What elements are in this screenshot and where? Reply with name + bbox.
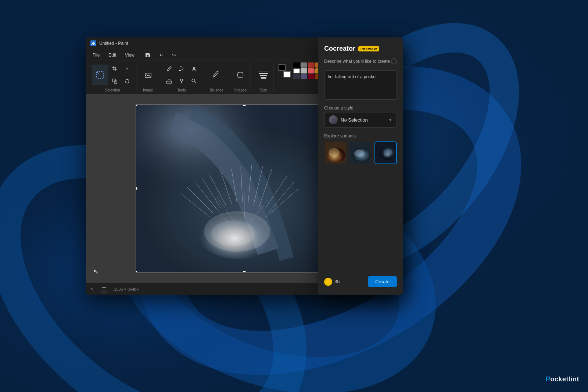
svg-rect-14 — [166, 81, 172, 83]
info-button[interactable]: i — [391, 58, 397, 64]
color-swatch[interactable] — [293, 68, 300, 73]
tools-group: A — [160, 62, 203, 92]
color-swatch[interactable] — [308, 68, 315, 73]
watermark: Pocketlint — [546, 375, 579, 383]
svg-point-47 — [183, 134, 184, 134]
cocreator-subtitle-text: Describe what you'd like to create — [324, 59, 390, 64]
svg-point-50 — [312, 170, 313, 171]
variants-section: Explore variants — [324, 133, 397, 164]
selection-handle-ml[interactable] — [136, 187, 137, 190]
color-picker-button[interactable] — [176, 75, 187, 87]
fill-button[interactable] — [176, 63, 187, 75]
image-group: Image — [139, 62, 157, 92]
selection-label: Selection — [105, 87, 120, 92]
chevron-down-icon: ▼ — [388, 118, 392, 122]
undo-redo-group: ↩ ↪ — [156, 49, 180, 61]
pencil-button[interactable] — [163, 63, 175, 75]
fg-color-box[interactable] — [278, 64, 286, 71]
color-swatch[interactable] — [293, 74, 300, 79]
brushes-group: Brushes — [206, 62, 227, 92]
shapes-group: Shapes — [230, 62, 251, 92]
svg-point-16 — [192, 79, 195, 82]
brushes-dropdown[interactable] — [209, 66, 224, 84]
style-preview-circle — [329, 115, 338, 124]
selection-handle-tl[interactable] — [136, 105, 137, 106]
svg-point-49 — [301, 159, 302, 161]
eraser-button[interactable] — [163, 75, 175, 87]
crop-button[interactable] — [109, 63, 121, 75]
cocreator-panel: Cocreator PREVIEW Describe what you'd li… — [318, 37, 403, 295]
style-label: Choose a style — [324, 105, 397, 111]
credits-coin-icon: ⚡ — [324, 278, 332, 286]
bg-color-box[interactable] — [283, 71, 291, 78]
style-value: No Selection — [341, 117, 368, 123]
selection-handle-bm[interactable] — [243, 271, 246, 272]
variants-row — [324, 141, 397, 164]
color-swatch[interactable] — [301, 74, 307, 79]
watermark-p: P — [546, 375, 551, 383]
svg-point-9 — [93, 43, 94, 45]
brushes-label: Brushes — [210, 87, 223, 92]
svg-point-45 — [211, 220, 255, 246]
size-dropdown[interactable] — [257, 66, 270, 84]
color-swatch[interactable] — [301, 68, 307, 73]
svg-point-15 — [180, 79, 183, 81]
footer-row: ⚡ 35 Create — [324, 276, 397, 287]
credits-count: 35 — [334, 279, 340, 284]
svg-point-56 — [329, 148, 340, 157]
cursor-indicator: ↖ — [93, 267, 99, 276]
style-section: Choose a style No Selection ▼ — [324, 105, 397, 127]
image-label: Image — [143, 87, 153, 92]
svg-point-52 — [180, 251, 180, 252]
svg-point-48 — [194, 145, 196, 146]
variant-3[interactable] — [374, 141, 397, 164]
selection-group: ▼ — [89, 62, 136, 92]
variant-2[interactable] — [349, 141, 372, 164]
size-group: Size — [254, 62, 273, 92]
menu-view[interactable]: View — [121, 51, 138, 59]
create-button[interactable]: Create — [368, 276, 397, 287]
cursor-tool-indicator: ↖ — [90, 287, 94, 292]
undo-button[interactable]: ↩ — [156, 49, 168, 61]
cocreator-subtitle-row: Describe what you'd like to create i — [324, 58, 397, 64]
color-swatch[interactable] — [308, 74, 315, 79]
selection-handle-tm[interactable] — [243, 105, 246, 106]
color-swatch[interactable] — [308, 62, 315, 68]
size-label: Size — [260, 87, 267, 92]
svg-rect-11 — [112, 79, 115, 82]
canvas-dimensions: 1536 × 864px — [114, 287, 139, 291]
svg-point-59 — [354, 150, 365, 157]
variant-1[interactable] — [324, 141, 347, 164]
selection-tool-btn[interactable] — [92, 65, 108, 85]
svg-point-63 — [384, 153, 390, 157]
watermark-text: ocketlint — [550, 375, 579, 383]
selection-sub-btns: ▼ — [109, 63, 133, 87]
app-icon — [90, 40, 96, 46]
image-btn1[interactable] — [142, 69, 154, 81]
cocreator-title-row: Cocreator PREVIEW — [324, 45, 397, 53]
color-swatch[interactable] — [293, 62, 300, 68]
window-title: Untitled - Paint — [99, 41, 348, 46]
resize-button[interactable] — [109, 75, 121, 87]
shapes-dropdown[interactable] — [233, 66, 248, 84]
menu-file[interactable]: File — [89, 51, 103, 59]
cocreator-title: Cocreator — [324, 45, 355, 53]
preview-badge: PREVIEW — [358, 46, 379, 51]
color-swatch[interactable] — [301, 62, 307, 68]
style-dropdown[interactable]: No Selection ▼ — [324, 112, 397, 127]
text-button[interactable]: A — [188, 63, 200, 75]
variants-label: Explore variants — [324, 133, 397, 139]
select-dropdown[interactable]: ▼ — [121, 63, 133, 75]
save-button[interactable] — [143, 51, 153, 60]
selection-handle-bl[interactable] — [136, 271, 137, 272]
menu-edit[interactable]: Edit — [105, 51, 120, 59]
shapes-label: Shapes — [234, 87, 247, 92]
canvas-indicator — [100, 286, 108, 292]
redo-button[interactable]: ↪ — [168, 49, 180, 61]
rotate-button[interactable] — [121, 75, 133, 87]
tools-label: Tools — [177, 87, 186, 92]
svg-point-46 — [172, 141, 173, 142]
credits-display: ⚡ 35 — [324, 278, 340, 286]
prompt-textarea[interactable]: lint falling out of a pocket — [324, 70, 397, 100]
zoom-button[interactable] — [188, 75, 200, 87]
